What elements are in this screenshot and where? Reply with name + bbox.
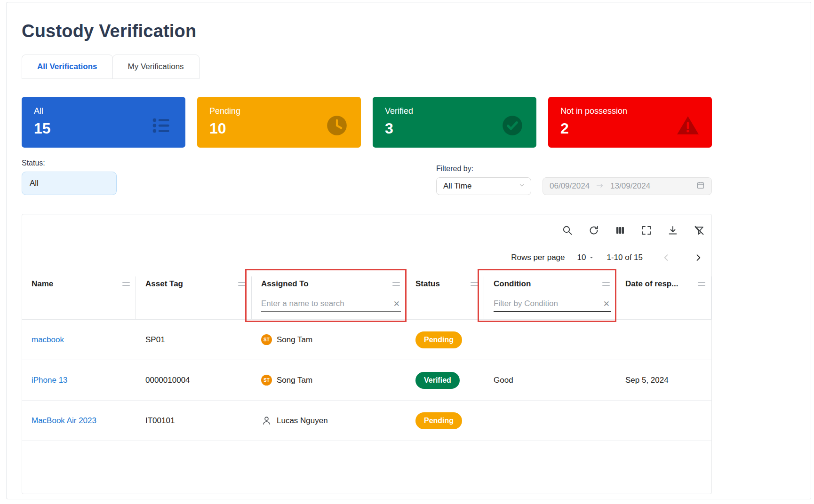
next-page-button[interactable] — [694, 253, 703, 262]
stat-card-all[interactable]: All 15 — [22, 97, 185, 148]
stat-card-value: 10 — [209, 120, 240, 137]
stat-card-label: Pending — [209, 106, 240, 116]
previous-page-button[interactable] — [662, 253, 671, 262]
column-drag-handle[interactable] — [470, 280, 479, 288]
assigned-to-name: Song Tam — [277, 335, 312, 345]
avatar: ST — [261, 375, 272, 386]
asset-tag-cell: 0000010004 — [136, 376, 252, 385]
tab-bar: All Verifications My Verifications — [22, 55, 712, 79]
clear-icon[interactable]: ✕ — [602, 300, 611, 308]
assigned-to-name: Lucas Nguyen — [277, 416, 328, 425]
search-icon[interactable] — [562, 225, 573, 236]
stat-cards: All 15 Pending 10 Verified 3 — [22, 97, 712, 148]
date-cell: Sep 5, 2024 — [616, 376, 711, 385]
clock-icon — [325, 114, 349, 137]
column-drag-handle[interactable] — [237, 280, 247, 288]
person-icon — [261, 415, 272, 426]
rows-per-page-select[interactable]: 10 — [577, 253, 595, 262]
clear-icon[interactable]: ✕ — [392, 300, 401, 308]
column-label: Assigned To — [261, 279, 309, 289]
rows-per-page-value: 10 — [577, 253, 586, 262]
date-to: 13/09/2024 — [610, 181, 650, 191]
tab-my-verifications[interactable]: My Verifications — [112, 55, 200, 79]
column-header-name: Name — [22, 276, 136, 319]
pagination-range: 1-10 of 15 — [607, 253, 643, 262]
column-header-condition: Condition ✕ — [484, 276, 616, 319]
condition-filter: ✕ — [494, 299, 611, 312]
status-badge: Pending — [415, 331, 462, 348]
column-label: Name — [32, 279, 53, 289]
stat-card-verified[interactable]: Verified 3 — [373, 97, 536, 148]
assigned-to-name: Song Tam — [277, 376, 312, 385]
asset-tag-cell: IT00101 — [136, 416, 252, 425]
column-drag-handle[interactable] — [697, 280, 706, 288]
column-label: Asset Tag — [145, 279, 183, 289]
assigned-to-filter: ✕ — [261, 299, 401, 312]
assigned-to-cell: Lucas Nguyen — [252, 415, 406, 426]
column-label: Status — [415, 279, 440, 289]
asset-link[interactable]: macbook — [32, 335, 64, 344]
app-window: Custody Verification All Verifications M… — [7, 2, 811, 499]
fullscreen-icon[interactable] — [641, 225, 652, 236]
pagination-bar: Rows per page 10 1-10 of 15 — [22, 253, 711, 262]
stat-card-label: Not in possession — [560, 106, 627, 116]
filter-row: Status: All Filtered by: All Time 06 — [22, 159, 712, 195]
column-header-asset-tag: Asset Tag — [136, 276, 252, 319]
status-badge: Pending — [415, 412, 462, 429]
filtered-by-group: Filtered by: All Time — [436, 165, 531, 195]
table-row[interactable]: MacBook Air 2023 IT00101 Lucas Nguyen Pe… — [22, 401, 711, 441]
arrow-right-icon — [596, 181, 604, 191]
rows-per-page-label: Rows per page — [511, 253, 565, 262]
filtered-by-label: Filtered by: — [436, 165, 531, 173]
stat-card-value: 15 — [34, 120, 51, 137]
time-filter-group: Filtered by: All Time 06/09/2024 13/09/2… — [436, 165, 712, 195]
status-cell: Verified — [406, 372, 484, 389]
status-filter-value: All — [30, 179, 39, 188]
time-filter-select[interactable]: All Time — [436, 177, 531, 195]
status-filter-group: Status: All — [22, 159, 117, 195]
verification-table: Rows per page 10 1-10 of 15 — [22, 214, 712, 494]
date-range-picker[interactable]: 06/09/2024 13/09/2024 — [543, 177, 712, 195]
table-header-row: Name Asset Tag Assigned To — [22, 276, 711, 320]
page-content: Custody Verification All Verifications M… — [7, 2, 712, 494]
condition-filter-input[interactable] — [494, 299, 602, 308]
assigned-to-cell: ST Song Tam — [252, 334, 406, 345]
assigned-to-filter-input[interactable] — [261, 299, 392, 308]
name-cell: macbook — [22, 335, 136, 345]
name-cell: MacBook Air 2023 — [22, 416, 136, 425]
columns-icon[interactable] — [614, 225, 626, 236]
table-toolbar — [22, 214, 711, 236]
status-cell: Pending — [406, 412, 484, 429]
table-row[interactable]: iPhone 13 0000010004 ST Song Tam Verifie… — [22, 360, 711, 401]
column-label: Condition — [494, 279, 531, 289]
asset-tag-cell: SP01 — [136, 335, 252, 345]
refresh-icon[interactable] — [588, 225, 599, 236]
column-drag-handle[interactable] — [601, 280, 611, 288]
calendar-icon — [696, 181, 705, 192]
filter-off-icon[interactable] — [694, 225, 705, 236]
column-drag-handle[interactable] — [391, 280, 401, 288]
name-cell: iPhone 13 — [22, 376, 136, 385]
table-row[interactable]: macbook SP01 ST Song Tam Pending — [22, 320, 711, 360]
table-empty-area — [22, 441, 711, 494]
column-drag-handle[interactable] — [121, 280, 131, 288]
status-filter-label: Status: — [22, 159, 117, 167]
condition-cell: Good — [484, 376, 616, 385]
tab-all-verifications[interactable]: All Verifications — [22, 55, 113, 79]
assigned-to-cell: ST Song Tam — [252, 375, 406, 386]
page-title: Custody Verification — [22, 21, 712, 41]
stat-card-value: 2 — [560, 120, 627, 137]
column-header-date: Date of resp... — [616, 276, 711, 319]
stat-card-label: All — [34, 106, 51, 116]
warning-icon — [676, 114, 700, 137]
status-badge: Verified — [415, 372, 460, 389]
stat-card-pending[interactable]: Pending 10 — [197, 97, 361, 148]
asset-link[interactable]: MacBook Air 2023 — [32, 416, 96, 425]
check-circle-icon — [501, 114, 524, 137]
status-filter-select[interactable]: All — [22, 172, 117, 195]
asset-link[interactable]: iPhone 13 — [32, 376, 68, 385]
stat-card-not-in-possession[interactable]: Not in possession 2 — [548, 97, 712, 148]
download-icon[interactable] — [667, 225, 678, 236]
stat-card-value: 3 — [385, 120, 413, 137]
status-cell: Pending — [406, 331, 484, 348]
